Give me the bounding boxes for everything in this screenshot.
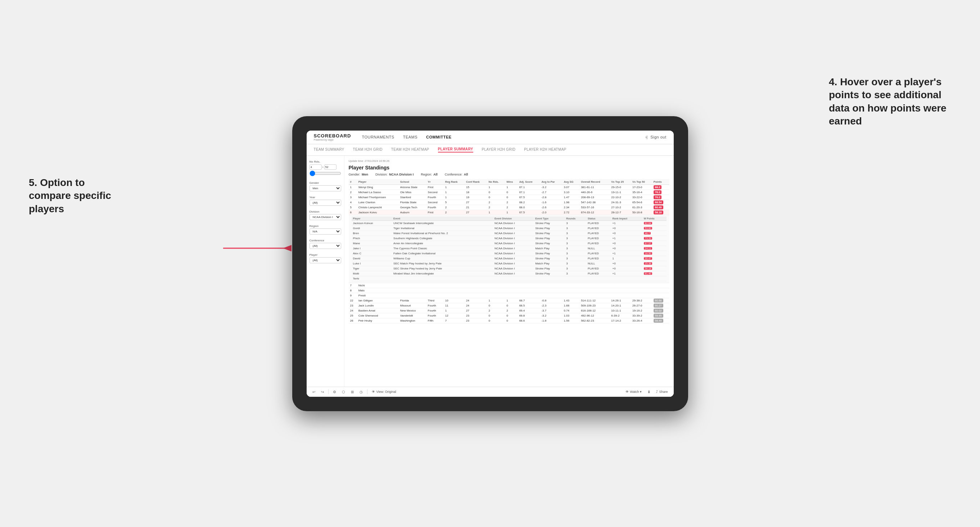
annotation-5: 5. Option to compare specific players [29,176,123,216]
copy-button[interactable]: ⬡ [340,389,347,395]
player-select[interactable]: (All) [310,257,341,264]
exp-cell-division: NCAA Division I [493,251,534,256]
points-badge[interactable]: 60.49 [654,205,663,210]
exp-cell-player: Jackson Koivun [352,221,392,225]
table-row[interactable]: 9 Presti [349,293,670,298]
table-row[interactable]: 3 Michael Thorbjornsen Stanford Fourth 1… [349,195,670,200]
table-row[interactable]: 1 Wenyi Ding Arizona State First 1 15 1 … [349,184,670,190]
cell-points[interactable]: 60.49 [652,205,670,210]
cell-points[interactable]: 60.02 [652,308,670,313]
table-row[interactable]: 7 Nichi [349,283,670,288]
table-row[interactable]: 25 Cole Sherwood Vanderbilt Fourth 12 23… [349,313,670,318]
share-button[interactable]: ⤴ Share [655,389,669,394]
points-badge-gray[interactable]: 60.68 [654,298,663,303]
table-row[interactable]: 22 Ian Gilligan Florida Third 10 24 1 1 … [349,298,670,303]
cell-points[interactable]: 60.27 [652,303,670,308]
cell-player: Luke Clanton [357,200,399,205]
cell-points[interactable] [652,283,670,288]
points-badge-gray[interactable]: 58.49 [654,319,663,323]
table-row[interactable]: 4 Luke Clanton Florida State Second 5 27… [349,200,670,205]
region-select[interactable]: N/A [310,229,341,235]
cell-to-par: -1.8 [540,318,562,323]
exp-cell-player: Terhi [352,276,392,281]
undo-button[interactable]: ↩ [311,389,317,395]
no-rds-slider[interactable] [310,170,341,176]
points-badge[interactable]: 68.54 [654,200,663,204]
grid-button[interactable]: ⊞ [350,389,355,395]
update-time: Update time: 27/01/2024 16:56:26 [349,159,670,163]
table-header-row: # Player School Yr Reg Rank Conf Rank No… [349,179,670,185]
cell-points[interactable]: 88.2 [652,184,670,190]
col-player: Player [357,179,399,185]
download-button[interactable]: ⬇ [646,389,652,395]
no-rds-max-input[interactable] [324,164,337,170]
cell-avg-sg: 0.74 [562,308,579,313]
table-row[interactable]: 6 Jackson Koivu Auburn First 2 27 1 1 67… [349,210,670,215]
cell-avg-sg: 3.07 [562,184,579,190]
cell-school: Florida [399,298,426,303]
cell-points[interactable]: 76.2 [652,190,670,195]
time-button[interactable]: ◷ [358,389,364,395]
subnav-player-summary[interactable]: PLAYER SUMMARY [438,147,473,152]
cell-points[interactable]: 58.49 [652,318,670,323]
nav-tournaments[interactable]: TOURNAMENTS [362,135,394,139]
sign-out-link[interactable]: Sign out [650,135,666,139]
division-filter: Division: NCAA Division I [375,173,414,176]
points-badge-gray[interactable]: 60.02 [654,309,663,313]
cell-record: 208-69-13 [579,195,610,200]
exp-cell-rounds: 3 [565,246,586,251]
cell-school [399,293,426,298]
exp-cell-w-points [643,276,667,281]
logo-title: SCOREBOARD [314,133,351,138]
subnav-player-h2h-heatmap[interactable]: PLAYER H2H HEATMAP [524,148,566,152]
cell-points[interactable]: 70.2 [652,195,670,200]
cell-points[interactable] [652,288,670,293]
points-badge[interactable]: 76.2 [654,190,662,194]
sidebar-conference: Conference (All) [310,239,341,249]
cell-rank: 22 [349,298,357,303]
watch-button[interactable]: 👁 Watch ▾ [624,389,643,394]
settings-button[interactable]: ⚙ [331,389,337,395]
cell-points[interactable]: 59.95 [652,313,670,318]
redo-button[interactable]: ↪ [320,389,325,395]
subnav-player-h2h-grid[interactable]: PLAYER H2H GRID [482,148,516,152]
no-rds-min-input[interactable] [310,164,322,170]
col-school: School [399,179,426,185]
points-badge[interactable]: 70.2 [654,195,662,199]
cell-avg-sg: 1.68 [562,303,579,308]
year-select[interactable]: (All) [310,200,341,206]
points-badge[interactable]: 88.2 [654,185,662,189]
nav-teams[interactable]: TEAMS [403,135,417,139]
cell-conf-rank: 23 [465,318,487,323]
cell-points[interactable] [652,293,670,298]
division-select[interactable]: NCAA Division I [310,214,341,220]
table-row[interactable]: 5 Christo Lamprecht Georgia Tech Fourth … [349,205,670,210]
subnav-team-summary[interactable]: TEAM SUMMARY [314,148,344,152]
gender-select[interactable]: Men Women [310,185,341,191]
subnav-team-h2h-grid[interactable]: TEAM H2H GRID [353,148,383,152]
expanded-row: Bren Wake Forest Invitational at Pinehur… [352,230,667,236]
expanded-row: Terhi [352,276,667,281]
arrow-5 [223,239,302,257]
points-badge-gray[interactable]: 60.27 [654,303,663,308]
table-row[interactable]: 26 Petr Hruby Washington Fifth 7 23 0 0 … [349,318,670,323]
exp-cell-rounds [565,276,586,281]
table-row[interactable]: 24 Bastien Amat New Mexico Fourth 1 27 2… [349,308,670,313]
cell-points[interactable]: 68.54 [652,200,670,205]
view-original-button[interactable]: 👁 View: Original [370,389,398,394]
points-badge-gray[interactable]: 59.95 [654,314,663,317]
cell-avg-sg: 2.34 [562,205,579,210]
conference-select[interactable]: (All) [310,243,341,249]
table-row[interactable]: 2 Michael La Sasso Ole Miss Second 1 18 … [349,190,670,195]
points-badge[interactable]: 58.18 [654,210,663,214]
nav-committee[interactable]: COMMITTEE [426,135,452,139]
exp-cell-status: PLAYED [586,271,611,276]
subnav-team-h2h-heatmap[interactable]: TEAM H2H HEATMAP [391,148,430,152]
cell-points[interactable]: 60.68 [652,298,670,303]
tablet-device: SCOREBOARD Powered by clippi TOURNAMENTS… [292,116,688,411]
cell-rds: 1 [487,298,505,303]
cell-wins: 2 [505,200,517,205]
cell-points[interactable]: 58.18 [652,210,670,215]
table-row[interactable]: 23 Jack Lundin Missouri Fourth 11 24 0 0… [349,303,670,308]
table-row[interactable]: 8 Mats [349,288,670,293]
